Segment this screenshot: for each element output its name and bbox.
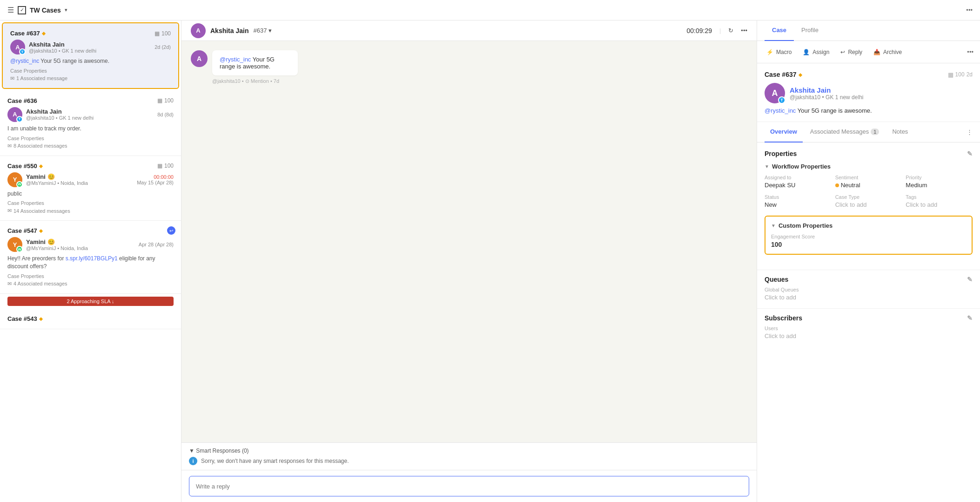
center-user-name: Akshita Jain <box>210 27 248 34</box>
center-header-left: A Akshita Jain #637 ▾ <box>191 23 272 38</box>
smart-responses-info: i Sorry, we don't have any smart respons… <box>189 457 749 465</box>
user-name-636: Akshita Jain <box>26 108 154 115</box>
subscribers-edit-icon[interactable]: ✎ <box>967 314 973 322</box>
smart-responses-header[interactable]: ▼ Smart Responses (0) <box>189 448 749 454</box>
sub-tab-notes[interactable]: Notes <box>886 122 913 142</box>
global-queues-item: Global Queues Click to add <box>765 287 973 301</box>
assign-icon: 👤 <box>803 49 810 55</box>
right-mention: @rystic_inc <box>765 107 796 114</box>
center-more-button[interactable]: ••• <box>741 27 747 34</box>
prop-tags[interactable]: Tags Click to add <box>906 194 973 208</box>
envelope-icon-636: ✉ <box>7 143 12 149</box>
user-info-547: Yamini 😊 @MsYaminiJ • Noida, India <box>26 238 135 251</box>
right-case-time: 2d <box>967 71 973 78</box>
case-message-547: Hey!! Are preorders for s.spr.ly/6017BGL… <box>7 255 174 271</box>
sub-tab-overview[interactable]: Overview <box>765 122 803 142</box>
case-props-636: Case Properties <box>7 136 174 141</box>
case-link-547[interactable]: s.spr.ly/6017BGLPy1 <box>66 255 118 262</box>
case-user-row-550: Y W Yamini 😊 @MsYaminiJ • Noida, India 0… <box>7 172 174 187</box>
right-tw-badge: T <box>778 96 785 104</box>
queues-edit-icon[interactable]: ✎ <box>967 276 973 283</box>
case-time-637: 2d (2d) <box>154 44 171 50</box>
reply-input[interactable] <box>189 476 749 496</box>
custom-properties-subsection: ▼ Custom Properties Engagement Score 100 <box>765 216 973 255</box>
timer-display: 00:09:29 <box>686 27 712 34</box>
queues-title: Queues ✎ <box>765 276 973 283</box>
avatar-550: Y W <box>7 172 22 187</box>
case-dropdown-icon[interactable]: ▾ <box>268 27 272 34</box>
center-case-id[interactable]: #637 ▾ <box>253 27 272 34</box>
case-assoc-550: ✉ 14 Associated messages <box>7 208 174 214</box>
case-item-547[interactable]: ↩ Case #547 ◆ Y W Yamini 😊 @MsYaminiJ • … <box>0 221 181 294</box>
case-score-636: ▦ 100 <box>157 97 174 104</box>
macro-icon: ⚡ <box>766 49 773 55</box>
tab-case[interactable]: Case <box>765 20 794 41</box>
sla-badge[interactable]: 2 Approaching SLA ↓ <box>7 297 174 306</box>
assign-button[interactable]: 👤 Assign <box>797 46 835 58</box>
user-name-547: Yamini 😊 <box>26 238 135 245</box>
right-message: @rystic_inc Your 5G range is awesome. <box>765 107 973 114</box>
case-message-637: @rystic_inc Your 5G range is awesome. <box>10 57 171 65</box>
right-case-info: Case #637 ◆ ▦ 100 2d A T Akshita Jain <box>757 63 980 122</box>
case-time-red-550: 00:00:00 <box>154 174 174 180</box>
message-mention-1: @rystic_inc <box>220 56 251 63</box>
prop-value-tags[interactable]: Click to add <box>906 201 973 208</box>
checkbox-icon[interactable]: ✓ <box>18 6 26 14</box>
sub-tabs-more-button[interactable]: ⋮ <box>967 129 973 136</box>
case-time-636: 8d (8d) <box>157 112 174 117</box>
right-user-handle: @jakshita10 • GK 1 new delhi <box>790 94 973 101</box>
right-action-bar: ⚡ Macro 👤 Assign ↩ Reply 📥 Archive ••• <box>757 41 980 63</box>
case-user-row-636: A T Akshita Jain @jakshita10 • GK 1 new … <box>7 107 174 122</box>
info-icon: i <box>189 457 197 465</box>
global-queues-value[interactable]: Click to add <box>765 294 973 301</box>
nav-dropdown-icon[interactable]: ▾ <box>65 7 67 13</box>
prop-label-assigned: Assigned to <box>765 175 832 180</box>
message-meta-1: @jakshita10 • ⊙ Mention • 7d <box>212 78 335 84</box>
twitter-badge-637: T <box>19 48 26 55</box>
reload-icon[interactable]: ↻ <box>728 27 733 34</box>
prop-label-status: Status <box>765 194 832 200</box>
case-number-637: Case #637 ◆ <box>10 30 46 37</box>
hamburger-icon[interactable]: ☰ <box>7 6 14 14</box>
right-user-info: Akshita Jain @jakshita10 • GK 1 new delh… <box>790 86 973 101</box>
right-case-diamond: ◆ <box>799 72 802 77</box>
sub-tab-associated-messages[interactable]: Associated Messages 1 <box>805 122 885 142</box>
case-number-550: Case #550 ◆ <box>7 163 43 170</box>
case-item-550[interactable]: Case #550 ◆ ▦ 100 Y W <box>0 156 181 221</box>
right-top-tabs: Case Profile <box>757 20 980 41</box>
top-nav: ☰ ✓ TW Cases ▾ ••• <box>0 0 980 20</box>
case-item-637[interactable]: Case #637 ◆ ▦ 100 A T <box>2 22 179 89</box>
engagement-score-label: Engagement Score <box>771 234 966 239</box>
properties-edit-icon[interactable]: ✎ <box>967 150 973 157</box>
workflow-properties-header[interactable]: ▼ Workflow Properties <box>765 163 973 170</box>
nav-left: ☰ ✓ TW Cases ▾ <box>7 6 67 14</box>
tab-profile[interactable]: Profile <box>794 20 826 41</box>
subscribers-users-value[interactable]: Click to add <box>765 332 973 339</box>
action-more-button[interactable]: ••• <box>964 46 976 58</box>
prop-case-type[interactable]: Case Type Click to add <box>835 194 902 208</box>
wa-badge-547: W <box>16 246 23 252</box>
nav-more-button[interactable]: ••• <box>966 7 973 14</box>
bar-chart-icon-636: ▦ <box>157 97 162 104</box>
case-assoc-547: ✉ 4 Associated messages <box>7 281 174 287</box>
custom-properties-header[interactable]: ▼ Custom Properties <box>771 222 966 229</box>
properties-title: Properties ✎ <box>765 150 973 157</box>
avatar-547: Y W <box>7 237 22 252</box>
case-item-636[interactable]: Case #636 ▦ 100 A T Akshita Jain <box>0 91 181 156</box>
reply-icon: ↩ <box>840 49 845 55</box>
nav-title: TW Cases <box>30 7 61 14</box>
sub-tabs: Overview Associated Messages 1 Notes ⋮ <box>757 122 980 142</box>
archive-button[interactable]: 📥 Archive <box>868 46 907 58</box>
case-number-547: Case #547 ◆ <box>7 227 43 234</box>
message-text-1: @rystic_inc Your 5G range is awesome. <box>220 56 290 70</box>
case-diamond-550: ◆ <box>39 163 43 169</box>
prop-label-tags: Tags <box>906 194 973 200</box>
prop-value-case-type[interactable]: Click to add <box>835 201 902 208</box>
right-score-icon: ▦ <box>948 71 953 78</box>
message-row-1: A @rystic_inc Your 5G range is awesome. … <box>191 50 747 84</box>
macro-button[interactable]: ⚡ Macro <box>761 46 797 58</box>
case-item-543[interactable]: Case #543 ◆ <box>0 309 181 329</box>
archive-icon: 📥 <box>873 49 880 55</box>
properties-section: Properties ✎ ▼ Workflow Properties Assig… <box>757 142 980 270</box>
reply-button[interactable]: ↩ Reply <box>835 46 868 58</box>
